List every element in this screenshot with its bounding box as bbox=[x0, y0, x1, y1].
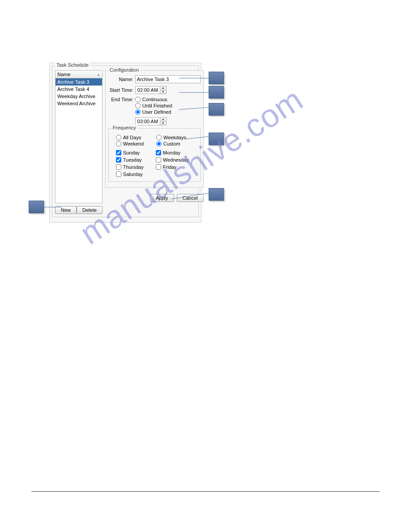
sort-asc-icon: ▲ bbox=[97, 73, 100, 77]
end-time-down-icon[interactable]: ▼ bbox=[160, 122, 166, 125]
frequency-group: Frequency All Days Weekdays bbox=[108, 128, 201, 182]
configuration-title: Configuration bbox=[108, 67, 140, 73]
configuration-group: Configuration Name: Start Time: ▲ ▼ bbox=[105, 70, 204, 188]
freq-custom-label: Custom bbox=[163, 141, 180, 146]
callout-box bbox=[209, 72, 224, 84]
name-label: Name: bbox=[108, 77, 133, 82]
end-time-up-icon[interactable]: ▲ bbox=[160, 118, 166, 122]
list-header[interactable]: Name ▲ bbox=[55, 70, 103, 78]
day-checkbox-tuesday[interactable]: Tuesday bbox=[116, 157, 153, 163]
cancel-button[interactable]: Cancel bbox=[177, 194, 204, 202]
task-schedule-title: Task Schedule bbox=[55, 62, 90, 68]
freq-custom-radio[interactable]: Custom bbox=[156, 141, 193, 146]
freq-weekend-label: Weekend bbox=[123, 141, 144, 146]
day-checkbox-sunday[interactable]: Sunday bbox=[116, 150, 153, 155]
task-list-pane: Name ▲ Archive Task 3Archive Task 4Weekd… bbox=[55, 70, 103, 214]
day-label: Friday bbox=[163, 164, 177, 170]
day-label: Tuesday bbox=[123, 157, 142, 163]
day-label: Saturday bbox=[123, 172, 143, 177]
apply-button[interactable]: Apply bbox=[150, 194, 174, 202]
list-item[interactable]: Weekend Archive bbox=[56, 100, 102, 107]
footer-divider bbox=[31, 491, 380, 492]
day-label: Monday bbox=[163, 150, 180, 155]
freq-weekdays-radio[interactable]: Weekdays bbox=[156, 135, 193, 140]
day-checkbox-monday[interactable]: Monday bbox=[156, 150, 193, 155]
frequency-title: Frequency bbox=[111, 125, 137, 130]
list-header-label: Name bbox=[57, 72, 70, 77]
end-user-defined-radio[interactable]: User Defined bbox=[135, 109, 172, 115]
callout-line bbox=[179, 92, 209, 93]
day-label: Thursday bbox=[123, 164, 144, 170]
freq-weekend-radio[interactable]: Weekend bbox=[116, 141, 153, 146]
list-item[interactable]: Archive Task 4 bbox=[56, 86, 102, 93]
end-continuous-radio[interactable]: Continuous bbox=[135, 97, 172, 102]
days-grid: SundayMondayTuesdayWednesdayThursdayFrid… bbox=[116, 150, 193, 177]
day-label: Wednesday bbox=[163, 157, 189, 163]
start-time-label: Start Time: bbox=[108, 87, 133, 93]
delete-button[interactable]: Delete bbox=[77, 206, 103, 214]
callout-line bbox=[179, 78, 209, 78]
day-checkbox-thursday[interactable]: Thursday bbox=[116, 164, 153, 170]
start-time-up-icon[interactable]: ▲ bbox=[160, 86, 166, 90]
end-time-label: End Time: bbox=[108, 97, 133, 102]
list-item[interactable]: Archive Task 3 bbox=[56, 78, 102, 86]
task-listbox[interactable]: Archive Task 3Archive Task 4Weekday Arch… bbox=[55, 78, 103, 203]
day-label: Sunday bbox=[123, 150, 140, 155]
name-input[interactable] bbox=[135, 75, 201, 83]
task-schedule-group: Task Schedule Name ▲ Archive Task 3Archi… bbox=[52, 65, 199, 217]
freq-weekdays-label: Weekdays bbox=[163, 135, 186, 140]
end-continuous-label: Continuous bbox=[142, 97, 167, 102]
day-checkbox-saturday[interactable]: Saturday bbox=[116, 172, 153, 177]
callout-box bbox=[29, 201, 44, 213]
callout-box bbox=[209, 103, 224, 116]
freq-all-days-label: All Days bbox=[123, 135, 141, 140]
config-pane: Configuration Name: Start Time: ▲ ▼ bbox=[105, 70, 204, 202]
end-until-finished-radio[interactable]: Until Finished bbox=[135, 103, 172, 108]
end-time-spinner[interactable]: ▲ ▼ bbox=[135, 117, 167, 125]
end-time-options: Continuous Until Finished User Defined bbox=[135, 97, 172, 115]
end-until-finished-label: Until Finished bbox=[142, 103, 172, 108]
start-time-input[interactable] bbox=[136, 86, 160, 94]
callout-line bbox=[44, 207, 62, 207]
freq-all-days-radio[interactable]: All Days bbox=[116, 135, 153, 140]
task-schedule-panel: Task Schedule Name ▲ Archive Task 3Archi… bbox=[49, 63, 201, 223]
callout-box bbox=[209, 133, 224, 145]
end-time-input[interactable] bbox=[136, 118, 160, 125]
start-time-down-icon[interactable]: ▼ bbox=[160, 90, 166, 94]
day-checkbox-wednesday[interactable]: Wednesday bbox=[156, 157, 193, 163]
callout-box bbox=[209, 86, 224, 99]
list-item[interactable]: Weekday Archive bbox=[56, 93, 102, 100]
day-checkbox-friday[interactable]: Friday bbox=[156, 164, 193, 170]
start-time-spinner[interactable]: ▲ ▼ bbox=[135, 86, 167, 94]
callout-box bbox=[209, 188, 224, 201]
end-user-defined-label: User Defined bbox=[142, 109, 171, 115]
